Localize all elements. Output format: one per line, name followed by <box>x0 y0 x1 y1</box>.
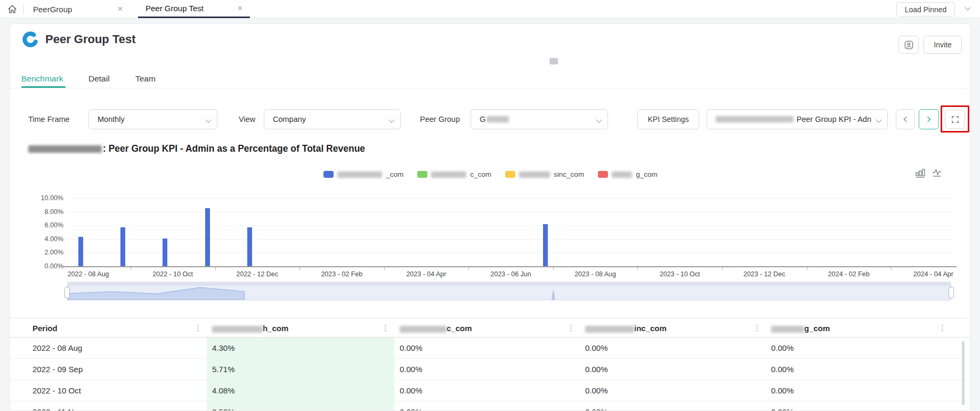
redacted-text <box>771 326 804 333</box>
period-cell: 2022 - 10 Oct <box>33 380 216 401</box>
column-header-label: h_com <box>263 324 288 333</box>
column-header-label: inc_com <box>634 324 667 333</box>
user-icon <box>904 40 914 50</box>
value-cell: 0.00% <box>766 380 951 401</box>
x-axis-tick <box>468 267 469 270</box>
redacted-text <box>487 116 509 122</box>
redacted-text <box>585 326 634 333</box>
chart-title-text: : Peer Group KPI - Admin as a Percentage… <box>103 143 365 154</box>
window-tab-peergroup[interactable]: PeerGroup × <box>26 0 130 18</box>
table-row[interactable]: 2022 - 10 Oct4.08%0.00%0.00%0.00% <box>10 380 970 401</box>
x-axis-tick <box>807 267 807 270</box>
chart-legend: _comc_comsinc_comg_com <box>10 170 970 178</box>
tab-detail[interactable]: Detail <box>88 74 110 84</box>
column-menu-icon[interactable]: ⋮ <box>567 323 574 333</box>
value-cell: 4.08% <box>207 380 394 401</box>
column-header[interactable]: c_com <box>400 318 472 338</box>
legend-swatch <box>417 171 427 178</box>
x-axis-tick-label: 2024 - 04 Apr <box>904 270 962 278</box>
column-menu-icon[interactable]: ⋮ <box>753 323 760 333</box>
window-tab-peer-group-test[interactable]: Peer Group Test × <box>138 0 250 18</box>
column-header[interactable]: g_com <box>771 318 830 338</box>
redacted-text <box>612 171 632 178</box>
kpi-select[interactable]: Peer Group KPI - Adn <box>707 109 888 129</box>
tab-team[interactable]: Team <box>135 74 156 84</box>
legend-item[interactable]: g_com <box>598 170 658 178</box>
home-icon[interactable] <box>7 4 18 14</box>
y-axis-tick-label: 0.00% <box>26 262 63 270</box>
browser-tab-bar: PeerGroup × Peer Group Test × Load Pinne… <box>0 0 980 18</box>
bar-2023 - 07 Jul[interactable] <box>543 224 548 266</box>
value-cell: 0.00% <box>580 338 766 359</box>
bar-2022 - 10 Oct[interactable] <box>163 239 167 266</box>
kpi-settings-button[interactable]: KPI Settings <box>637 109 699 129</box>
table-row[interactable]: 2022 - 08 Aug4.30%0.00%0.00%0.00% <box>10 338 970 359</box>
redacted-text <box>716 116 793 122</box>
period-cell: 2022 - 11 Nov <box>33 401 216 411</box>
table-row[interactable]: 2022 - 11 Nov8.53%0.00%0.00%0.00% <box>10 401 970 411</box>
bar-2022 - 09 Sep[interactable] <box>120 227 125 266</box>
x-axis-tick-label: 2022 - 08 Aug <box>59 270 118 278</box>
chevron-right-icon <box>926 116 932 122</box>
gridline <box>67 212 954 212</box>
benchmark-table: Period⋮h_com⋮c_com⋮inc_com⋮g_com⋮ 2022 -… <box>10 318 970 411</box>
column-menu-icon[interactable]: ⋮ <box>382 323 389 333</box>
column-header[interactable]: Period <box>33 318 58 338</box>
bar-chart-icon[interactable] <box>914 167 926 178</box>
column-menu-icon[interactable]: ⋮ <box>938 323 946 333</box>
column-header[interactable]: inc_com <box>585 318 667 338</box>
column-header[interactable]: h_com <box>212 318 288 338</box>
x-axis-line <box>63 266 957 267</box>
peer-group-select[interactable]: G <box>471 109 608 129</box>
datazoom-data-silhouette <box>68 285 951 300</box>
table-scrollbar[interactable] <box>962 341 965 405</box>
chevron-down-icon[interactable] <box>965 4 970 10</box>
next-kpi-button[interactable] <box>919 109 939 129</box>
bar-2022 - 12 Dec[interactable] <box>247 227 252 266</box>
x-axis-tick-label: 2023 - 08 Aug <box>566 270 625 278</box>
y-axis-tick-label: 10.00% <box>26 194 63 202</box>
legend-label: _com <box>386 170 403 178</box>
legend-item[interactable]: sinc_com <box>505 170 584 178</box>
column-menu-icon[interactable]: ⋮ <box>194 323 201 333</box>
redacted-text <box>212 326 263 333</box>
line-chart-icon[interactable] <box>931 167 943 178</box>
time-frame-select[interactable]: Monthly <box>88 109 217 129</box>
close-icon[interactable]: × <box>238 4 242 13</box>
datazoom-slider[interactable] <box>67 285 951 300</box>
table-row[interactable]: 2022 - 09 Sep5.71%0.00%0.00%0.00% <box>10 359 970 380</box>
legend-item[interactable]: _com <box>323 170 403 178</box>
datazoom-right-handle[interactable] <box>949 287 954 298</box>
scrollbar-thumb[interactable] <box>549 58 558 64</box>
invite-button[interactable]: Invite <box>924 36 962 54</box>
legend-swatch <box>598 171 608 178</box>
tab-benchmark[interactable]: Benchmark <box>21 74 63 84</box>
value-cell: 0.00% <box>766 338 951 359</box>
load-pinned-button[interactable]: Load Pinned <box>896 2 955 17</box>
datazoom-area <box>68 287 244 300</box>
view-select[interactable]: Company <box>264 109 401 129</box>
x-axis-tick <box>215 267 216 270</box>
main-panel: Peer Group Test Invite Benchmark Detail … <box>10 23 970 411</box>
user-icon-button[interactable] <box>898 36 919 54</box>
x-axis-tick-label: 2022 - 10 Oct <box>143 270 202 278</box>
x-axis-tick-label: 2024 - 02 Feb <box>820 270 878 278</box>
gridline <box>67 239 954 240</box>
datazoom-left-handle[interactable] <box>64 287 70 298</box>
previous-kpi-button[interactable] <box>896 109 915 129</box>
window-tab-label: Peer Group Test <box>145 4 232 13</box>
app-logo <box>22 31 39 48</box>
x-axis-tick-label: 2023 - 12 Dec <box>735 270 793 278</box>
x-axis-tick <box>722 267 723 270</box>
window-tab-label: PeerGroup <box>33 5 112 14</box>
chart-title: : Peer Group KPI - Admin as a Percentage… <box>28 143 365 154</box>
time-frame-label: Time Frame <box>28 115 70 124</box>
value-cell: 0.00% <box>394 380 580 401</box>
close-icon[interactable]: × <box>118 5 123 13</box>
value-cell: 0.00% <box>766 401 951 411</box>
legend-item[interactable]: c_com <box>417 170 491 178</box>
kpi-select-value: Peer Group KPI - Adn <box>797 115 871 124</box>
bar-2022 - 11 Nov[interactable] <box>205 208 210 266</box>
bar-2022 - 08 Aug[interactable] <box>78 237 83 266</box>
chevron-down-icon <box>205 117 211 122</box>
